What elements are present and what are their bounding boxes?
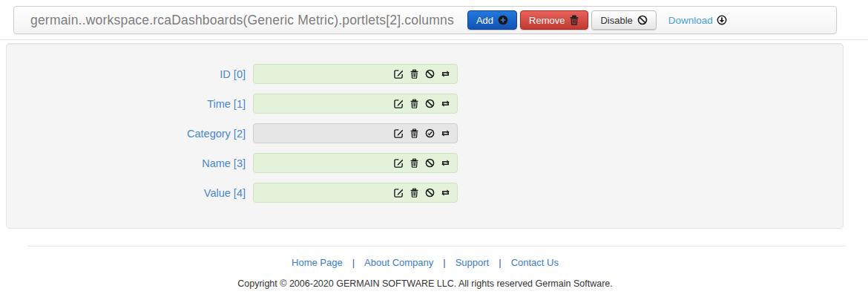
header: germain..workspace.rcaDashboards(Generic… (0, 0, 868, 40)
ban-icon (637, 15, 648, 25)
ban-icon[interactable] (425, 188, 435, 198)
column-row-category: Category [2] (7, 123, 843, 143)
loop-icon[interactable] (441, 158, 450, 168)
footer-separator: | (443, 257, 445, 268)
trash-icon[interactable] (410, 99, 419, 108)
column-row-name: Name [3] (7, 153, 843, 173)
footer-divider (28, 246, 846, 247)
edit-icon[interactable] (394, 128, 404, 138)
plus-circle-icon (498, 15, 508, 25)
trash-icon[interactable] (410, 128, 419, 138)
trash-icon (569, 15, 579, 25)
header-bar: germain..workspace.rcaDashboards(Generic… (13, 6, 837, 34)
footer-link-about[interactable]: About Company (364, 257, 433, 268)
disable-button[interactable]: Disable (591, 10, 656, 30)
download-circle-icon (717, 15, 727, 25)
loop-icon[interactable] (441, 128, 450, 138)
add-button[interactable]: Add (467, 10, 517, 30)
footer-separator: | (499, 257, 501, 268)
footer-link-home[interactable]: Home Page (292, 257, 343, 268)
check-circle-icon[interactable] (425, 128, 435, 138)
edit-icon[interactable] (394, 69, 404, 79)
copyright-text: Copyright © 2006-2020 GERMAIN SOFTWARE L… (0, 278, 850, 289)
loop-icon[interactable] (441, 188, 450, 198)
column-field-name[interactable] (253, 153, 458, 173)
remove-button[interactable]: Remove (520, 10, 588, 30)
column-label-time[interactable]: Time [1] (7, 98, 253, 110)
column-row-time: Time [1] (7, 94, 843, 114)
footer-link-contact[interactable]: Contact Us (511, 257, 559, 268)
column-row-value: Value [4] (7, 183, 843, 203)
header-actions: Add Remove Disable (467, 10, 660, 30)
loop-icon[interactable] (441, 69, 450, 79)
column-field-id[interactable] (253, 64, 458, 84)
trash-icon[interactable] (410, 188, 419, 198)
column-label-id[interactable]: ID [0] (7, 68, 253, 80)
edit-icon[interactable] (394, 188, 404, 198)
edit-icon[interactable] (394, 99, 404, 108)
ban-icon[interactable] (425, 69, 435, 79)
download-link[interactable]: Download (668, 15, 727, 26)
page-title: germain..workspace.rcaDashboards(Generic… (30, 13, 454, 28)
column-label-value[interactable]: Value [4] (7, 187, 253, 199)
columns-panel: ID [0] Time [1] Category [2] Nam (6, 43, 844, 229)
column-row-id: ID [0] (7, 64, 843, 84)
column-field-category[interactable] (253, 123, 458, 143)
column-field-time[interactable] (253, 94, 458, 114)
loop-icon[interactable] (441, 99, 450, 108)
column-field-value[interactable] (253, 183, 458, 203)
footer-links: Home Page|About Company|Support|Contact … (0, 257, 850, 268)
column-label-category[interactable]: Category [2] (7, 128, 253, 140)
column-label-name[interactable]: Name [3] (7, 157, 253, 169)
trash-icon[interactable] (410, 69, 419, 79)
trash-icon[interactable] (410, 158, 419, 168)
footer-link-support[interactable]: Support (456, 257, 490, 268)
edit-icon[interactable] (394, 158, 404, 168)
ban-icon[interactable] (425, 158, 435, 168)
ban-icon[interactable] (425, 99, 435, 108)
footer-separator: | (352, 257, 355, 268)
